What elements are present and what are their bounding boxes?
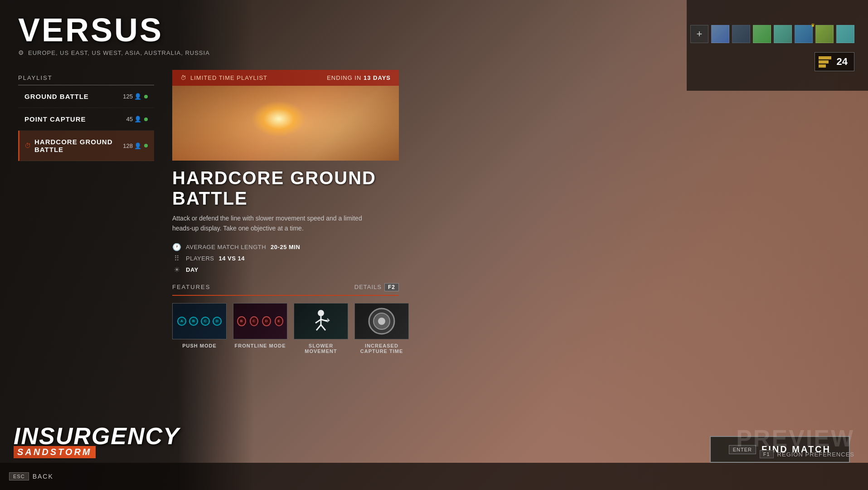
- preview-label: PREVIEW: [736, 426, 854, 450]
- push-point-c: C: [201, 317, 210, 326]
- feature-card-capture: INCREASED CAPTURE TIME: [354, 303, 409, 354]
- push-diagram: A B C D: [173, 304, 226, 339]
- online-indicator-2: [144, 118, 148, 121]
- slower-figure: [294, 304, 348, 339]
- level-number: 24: [837, 56, 848, 68]
- add-swatch-button[interactable]: +: [690, 25, 708, 43]
- person-icon-2: 👤: [134, 116, 141, 122]
- game-image: [172, 86, 399, 161]
- days-value: 13 DAYS: [364, 74, 391, 81]
- limited-icon: ⏱: [24, 142, 31, 149]
- color-swatch-5[interactable]: ♛: [795, 25, 813, 43]
- person-icon-3: 👤: [134, 142, 141, 149]
- feature-thumb-capture: [354, 303, 409, 339]
- playlist-item-left: GROUND BATTLE: [24, 93, 89, 100]
- feature-card-frontline: B C D E FRONTLINE MODE: [233, 303, 287, 354]
- preview-text: PREVIEW F1 REGION PREFERENCES: [736, 426, 854, 458]
- playlist-item-right: 125 👤: [123, 93, 148, 100]
- feature-label-slower: SLOWER MOVEMENT: [294, 343, 348, 354]
- player-count-value-3: 128: [123, 142, 133, 149]
- playlist-item-right-2: 45 👤: [126, 116, 148, 122]
- playlist-item-left-2: POINT CAPTURE: [24, 115, 86, 123]
- color-swatches-bar: + ♛: [690, 25, 854, 43]
- stats-row: 🕐 AVERAGE MATCH LENGTH 20-25 min ⠿ PLAYE…: [172, 243, 399, 274]
- f1-key-badge: F1: [760, 450, 774, 458]
- players-icon: ⠿: [172, 254, 181, 263]
- fl-point-c: C: [250, 316, 259, 326]
- frontline-diagram: B C D E: [233, 304, 287, 339]
- playlist-item-ground-battle[interactable]: GROUND BATTLE 125 👤: [18, 85, 154, 108]
- feature-label-push: PUSH MODE: [182, 343, 217, 348]
- feature-label-capture: INCREASED CAPTURE TIME: [354, 343, 409, 354]
- players-label: PLAYERS: [186, 255, 214, 262]
- details-label: DETAILS: [354, 284, 382, 290]
- level-icon: [819, 55, 833, 68]
- playlist-item-name-2: POINT CAPTURE: [24, 115, 86, 123]
- online-indicator: [144, 95, 148, 98]
- svg-line-2: [315, 319, 321, 323]
- playlist-item-name: GROUND BATTLE: [24, 93, 89, 100]
- feature-label-frontline: FRONTLINE MODE: [235, 343, 286, 348]
- push-point-b: B: [189, 317, 198, 326]
- color-swatch-3[interactable]: [753, 25, 771, 43]
- stat-time: ☀ DAY: [172, 265, 399, 274]
- playlist-item-name-3: HARDCORE GROUND BATTLE: [34, 138, 123, 153]
- svg-line-5: [321, 325, 325, 330]
- playlist-panel: PLAYLIST GROUND BATTLE 125 👤 POINT CAPTU…: [18, 65, 154, 354]
- logo-area: INSURGENCY SANDSTORM: [14, 424, 180, 458]
- color-swatch-7[interactable]: [836, 25, 854, 43]
- svg-line-4: [316, 325, 321, 330]
- player-count-value: 125: [123, 93, 133, 100]
- details-key-badge: F2: [384, 283, 399, 291]
- limited-banner-left: ⏱ LIMITED TIME PLAYLIST: [180, 74, 267, 81]
- fl-point-e: E: [275, 316, 284, 326]
- timer-icon: ⏱: [180, 74, 187, 81]
- push-point-a: A: [177, 317, 186, 326]
- feature-thumb-push: A B C D: [172, 303, 227, 339]
- playlist-item-hardcore[interactable]: ⏱ HARDCORE GROUND BATTLE 128 👤: [18, 131, 154, 161]
- match-length-label: AVERAGE MATCH LENGTH: [186, 244, 266, 250]
- features-header: FEATURES DETAILS F2: [172, 283, 399, 296]
- sun-icon: ☀: [172, 265, 181, 274]
- feature-thumb-frontline: B C D E: [233, 303, 287, 339]
- bottom-bar: ESC BACK: [0, 463, 868, 490]
- color-swatch-1[interactable]: [711, 25, 729, 43]
- mode-description: Attack or defend the line with slower mo…: [172, 213, 381, 234]
- color-swatch-4[interactable]: [774, 25, 792, 43]
- player-count: 125 👤: [123, 93, 141, 100]
- level-bar-2: [819, 60, 829, 64]
- time-value: DAY: [186, 266, 199, 273]
- feature-card-slower: SLOWER MOVEMENT: [294, 303, 348, 354]
- playlist-item-right-3: 128 👤: [123, 142, 148, 149]
- match-length-value: 20-25 min: [271, 244, 300, 250]
- level-badge: 24: [815, 52, 854, 71]
- main-area: PLAYLIST GROUND BATTLE 125 👤 POINT CAPTU…: [0, 65, 868, 354]
- limited-banner-right: ENDING IN 13 DAYS: [327, 74, 391, 81]
- push-point-d: D: [213, 317, 222, 326]
- svg-point-0: [318, 310, 324, 316]
- color-swatch-2[interactable]: [732, 25, 750, 43]
- level-bar-1: [819, 56, 831, 59]
- back-button[interactable]: ESC BACK: [9, 472, 53, 480]
- mode-title: HARDCORE GROUND BATTLE: [172, 168, 399, 209]
- capture-circle: [355, 304, 408, 339]
- online-indicator-3: [144, 144, 148, 147]
- subtitle-text: EUROPE, US EAST, US WEST, ASIA, AUSTRALI…: [28, 49, 210, 56]
- stat-players: ⠿ PLAYERS 14 vs 14: [172, 254, 399, 263]
- feature-card-push: A B C D PUSH MODE: [172, 303, 227, 354]
- figure-svg: [307, 308, 335, 335]
- svg-point-9: [378, 318, 385, 325]
- limited-label: LIMITED TIME PLAYLIST: [190, 74, 267, 81]
- playlist-item-point-capture[interactable]: POINT CAPTURE 45 👤: [18, 108, 154, 131]
- gear-icon: ⚙: [18, 49, 24, 56]
- features-label: FEATURES: [172, 284, 210, 290]
- clock-icon: 🕐: [172, 243, 181, 251]
- limited-banner: ⏱ LIMITED TIME PLAYLIST ENDING IN 13 DAY…: [172, 70, 399, 86]
- region-pref-label: REGION PREFERENCES: [777, 451, 854, 458]
- details-button[interactable]: DETAILS F2: [354, 283, 399, 291]
- players-value: 14 vs 14: [219, 255, 245, 262]
- crown-icon: ♛: [811, 23, 815, 28]
- color-swatch-6[interactable]: [815, 25, 834, 43]
- subtitle: ⚙ EUROPE, US EAST, US WEST, ASIA, AUSTRA…: [18, 49, 850, 56]
- playlist-item-left-3: ⏱ HARDCORE GROUND BATTLE: [24, 138, 123, 153]
